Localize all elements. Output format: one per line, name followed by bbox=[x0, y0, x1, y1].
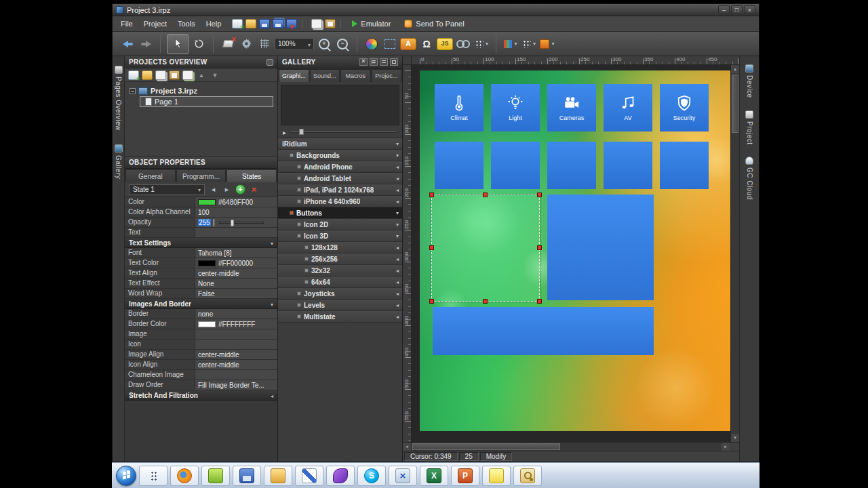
blank-tile[interactable] bbox=[547, 142, 596, 189]
prev-state-icon[interactable] bbox=[208, 184, 218, 195]
tab-states[interactable]: States bbox=[226, 169, 277, 182]
preview-size-slider[interactable] bbox=[290, 131, 397, 133]
close-gallery-icon[interactable] bbox=[359, 58, 368, 66]
property-value[interactable]: none bbox=[195, 309, 277, 319]
dock-tab-project[interactable]: Project bbox=[745, 110, 753, 145]
horizontal-scrollbar[interactable] bbox=[403, 442, 739, 451]
tab-programm[interactable]: Programm... bbox=[176, 169, 226, 182]
pin-icon[interactable] bbox=[267, 59, 273, 66]
property-value[interactable]: 255 bbox=[195, 218, 277, 227]
clear-tool-icon[interactable] bbox=[220, 36, 236, 52]
view-list-icon[interactable] bbox=[380, 58, 388, 66]
gallery-item-icon-3d[interactable]: Icon 3D bbox=[278, 230, 402, 242]
property-value[interactable] bbox=[195, 329, 277, 339]
new-page-icon[interactable] bbox=[232, 19, 243, 28]
add-page-icon[interactable] bbox=[128, 70, 139, 80]
menu-file[interactable]: File bbox=[115, 18, 138, 30]
property-value[interactable]: center-middle bbox=[195, 350, 277, 359]
copy-icon[interactable] bbox=[311, 19, 322, 28]
dock-tab-gc-cloud[interactable]: GC Cloud bbox=[745, 157, 753, 200]
selection-handle[interactable] bbox=[483, 299, 488, 304]
property-value[interactable]: #6480FF00 bbox=[195, 197, 277, 207]
zoom-in-icon[interactable] bbox=[316, 36, 332, 52]
clone-page-icon[interactable] bbox=[182, 70, 193, 80]
move-up-icon[interactable] bbox=[196, 70, 207, 80]
marquee-select-icon[interactable] bbox=[382, 36, 398, 52]
rotate-tool-icon[interactable] bbox=[191, 36, 207, 52]
property-value[interactable]: #FFFFFFFF bbox=[195, 319, 277, 329]
property-section-stretch-and-filtration[interactable]: Stretch And Filtration bbox=[125, 390, 277, 401]
color-swatch[interactable] bbox=[198, 260, 216, 266]
blank-tile[interactable] bbox=[604, 142, 652, 189]
property-value[interactable]: None bbox=[195, 279, 277, 288]
selection-handle[interactable] bbox=[429, 245, 434, 250]
property-value[interactable] bbox=[195, 228, 277, 237]
page-canvas[interactable]: ClimatLightCamerasAVSecurity bbox=[420, 70, 733, 431]
gallery-item-128x128[interactable]: 128x128 bbox=[278, 242, 402, 253]
slider-handle[interactable] bbox=[299, 129, 304, 135]
gallery-item-32x32[interactable]: 32x32 bbox=[278, 265, 402, 277]
delete-state-icon[interactable] bbox=[249, 184, 259, 195]
property-value[interactable]: center-middle bbox=[195, 360, 277, 369]
large-blank-tile[interactable] bbox=[547, 195, 654, 300]
color-wheel-icon[interactable] bbox=[363, 36, 380, 52]
import-icon[interactable] bbox=[286, 19, 297, 28]
selection-handle[interactable] bbox=[429, 192, 434, 197]
gallery-item-android-tablet[interactable]: Android Tablet bbox=[278, 173, 402, 184]
taskbar-item-quick-launch[interactable] bbox=[139, 466, 167, 486]
property-value[interactable]: 100 bbox=[195, 207, 277, 217]
taskbar-item-notes[interactable] bbox=[482, 466, 511, 486]
opacity-slider[interactable] bbox=[219, 222, 264, 224]
scroll-left-icon[interactable] bbox=[403, 443, 411, 451]
forward-icon[interactable] bbox=[138, 36, 154, 52]
taskbar-item-keys[interactable] bbox=[513, 466, 542, 486]
gallery-item-backgrounds[interactable]: Backgrounds bbox=[278, 150, 402, 161]
order-bars-menu-icon[interactable] bbox=[502, 36, 519, 52]
gallery-item-levels[interactable]: Levels bbox=[278, 300, 402, 311]
taskbar-item-powerpoint[interactable]: P bbox=[451, 466, 479, 486]
gallery-item-buttons[interactable]: Buttons bbox=[278, 207, 402, 219]
copy-page-icon[interactable] bbox=[155, 70, 166, 80]
tile-light[interactable]: Light bbox=[491, 84, 540, 131]
paste-icon[interactable] bbox=[325, 19, 336, 28]
canvas-viewport[interactable]: ClimatLightCamerasAVSecurity bbox=[412, 65, 739, 442]
selection-handle[interactable] bbox=[537, 192, 542, 197]
dock-tab-pages-overview[interactable]: Pages Overview bbox=[115, 66, 123, 131]
settings-gear-icon[interactable] bbox=[238, 36, 254, 52]
color-swatch[interactable] bbox=[198, 321, 216, 327]
gallery-item-icon-2d[interactable]: Icon 2D bbox=[278, 219, 402, 230]
project-tree-root[interactable]: Project 3.irpz bbox=[125, 85, 277, 96]
menu-tools[interactable]: Tools bbox=[172, 18, 201, 30]
taskbar-item-tool-blue[interactable]: × bbox=[389, 466, 417, 486]
property-value[interactable]: center-middle bbox=[195, 268, 277, 278]
property-section-text-settings[interactable]: Text Settings bbox=[125, 238, 277, 248]
property-value[interactable]: Fill Image Border Te... bbox=[195, 380, 277, 390]
tile-av[interactable]: AV bbox=[604, 84, 652, 131]
tile-climat[interactable]: Climat bbox=[435, 84, 484, 131]
dock-tab-gallery[interactable]: Gallery bbox=[115, 144, 123, 179]
tab-general[interactable]: General bbox=[125, 169, 176, 182]
taskbar-item-save-disk[interactable] bbox=[233, 466, 261, 486]
gallery-item-joysticks[interactable]: Joysticks bbox=[278, 288, 402, 300]
menu-project[interactable]: Project bbox=[138, 18, 172, 30]
open-project-icon[interactable] bbox=[245, 19, 256, 28]
align-grid-menu-icon[interactable] bbox=[473, 36, 490, 52]
gallery-item-256x256[interactable]: 256x256 bbox=[278, 253, 402, 265]
taskbar-item-excel[interactable]: X bbox=[420, 466, 448, 486]
taskbar-item-skype[interactable]: S bbox=[357, 466, 386, 486]
gallery-item-iphone-4-640x960[interactable]: iPhone 4 640x960 bbox=[278, 196, 402, 207]
selection-handle[interactable] bbox=[537, 245, 542, 250]
selection-handle[interactable] bbox=[429, 299, 434, 304]
view-grid-icon[interactable] bbox=[370, 58, 378, 66]
selection-handle[interactable] bbox=[483, 192, 488, 197]
blank-tile[interactable] bbox=[491, 142, 540, 189]
scroll-up-icon[interactable] bbox=[731, 65, 739, 73]
property-value[interactable]: False bbox=[195, 289, 277, 298]
property-section-images-and-border[interactable]: Images And Border bbox=[125, 299, 277, 309]
gallery-item-ipad-ipad-2-1024x768[interactable]: iPad, iPad 2 1024x768 bbox=[278, 184, 402, 196]
gallery-item-multistate[interactable]: Multistate bbox=[278, 311, 402, 323]
emulator-button[interactable]: Emulator bbox=[346, 20, 397, 28]
vertical-scrollbar[interactable] bbox=[730, 65, 739, 442]
zoom-out-icon[interactable] bbox=[334, 36, 351, 52]
gallery-tab-macros[interactable]: Macros bbox=[340, 69, 371, 82]
